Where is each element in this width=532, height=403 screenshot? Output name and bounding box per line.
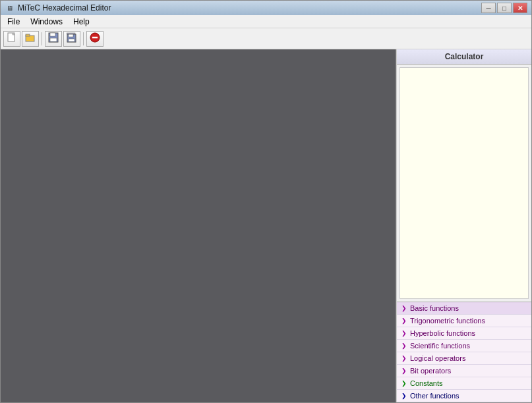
title-bar: 🖥 MiTeC Hexadecimal Editor ─ □ ✕: [1, 1, 531, 15]
func-trig[interactable]: ❯ Trigonometric functions: [397, 315, 531, 327]
new-icon: [7, 32, 17, 45]
func-bit-label: Bit operators: [410, 367, 451, 375]
svg-rect-6: [50, 38, 57, 41]
func-other-label: Other functions: [410, 392, 459, 400]
menu-windows[interactable]: Windows: [25, 16, 68, 28]
chevron-other-icon: ❯: [401, 392, 407, 399]
open-icon: [25, 32, 36, 45]
svg-rect-9: [69, 39, 74, 41]
func-hyperbolic-label: Hyperbolic functions: [410, 329, 475, 337]
chevron-basic-icon: ❯: [401, 305, 407, 311]
func-constants-label: Constants: [410, 379, 443, 387]
menu-bar: File Windows Help: [1, 15, 531, 28]
calculator-panel: Calculator ❯ Basic functions ❯ Trigonome…: [396, 49, 531, 402]
func-logical[interactable]: ❯ Logical operators: [397, 352, 531, 365]
save-icon: [48, 32, 59, 45]
func-bit[interactable]: ❯ Bit operators: [397, 365, 531, 377]
chevron-constants-icon: ❯: [401, 380, 407, 387]
app-icon: 🖥: [5, 3, 15, 13]
chevron-logical-icon: ❯: [401, 355, 407, 362]
menu-help[interactable]: Help: [68, 16, 95, 28]
svg-rect-3: [26, 34, 30, 36]
window-title: MiTeC Hexadecimal Editor: [18, 3, 481, 13]
func-scientific-label: Scientific functions: [410, 342, 470, 350]
function-list: ❯ Basic functions ❯ Trigonometric functi…: [397, 302, 531, 402]
cancel-icon: [90, 32, 100, 45]
toolbar-sep-1: [42, 32, 42, 45]
func-other[interactable]: ❯ Other functions: [397, 390, 531, 402]
menu-file[interactable]: File: [2, 16, 25, 28]
func-basic-label: Basic functions: [410, 304, 459, 312]
func-constants[interactable]: ❯ Constants: [397, 377, 531, 390]
svg-rect-10: [67, 33, 75, 34]
minimize-button[interactable]: ─: [481, 3, 496, 13]
svg-rect-8: [69, 34, 73, 37]
restore-button[interactable]: □: [497, 3, 512, 13]
cancel-button[interactable]: [86, 31, 103, 47]
func-basic[interactable]: ❯ Basic functions: [397, 302, 531, 315]
window-controls: ─ □ ✕: [481, 3, 527, 13]
calculator-display[interactable]: [399, 67, 529, 299]
save-all-icon: [67, 32, 77, 45]
new-button[interactable]: [3, 31, 20, 47]
save-all-button[interactable]: [63, 31, 80, 47]
main-content: Calculator ❯ Basic functions ❯ Trigonome…: [1, 49, 531, 402]
toolbar: [1, 28, 531, 49]
toolbar-sep-2: [83, 32, 84, 45]
hex-editor-panel: [1, 49, 396, 402]
func-hyperbolic[interactable]: ❯ Hyperbolic functions: [397, 327, 531, 340]
calculator-title: Calculator: [397, 49, 531, 65]
func-trig-label: Trigonometric functions: [410, 317, 485, 325]
open-button[interactable]: [22, 31, 39, 47]
chevron-scientific-icon: ❯: [401, 342, 407, 349]
svg-rect-5: [50, 33, 55, 36]
close-button[interactable]: ✕: [513, 3, 527, 13]
chevron-trig-icon: ❯: [401, 317, 407, 324]
chevron-bit-icon: ❯: [401, 367, 407, 374]
save-button[interactable]: [45, 31, 62, 47]
main-window: 🖥 MiTeC Hexadecimal Editor ─ □ ✕ File Wi…: [0, 0, 532, 403]
func-scientific[interactable]: ❯ Scientific functions: [397, 340, 531, 352]
func-logical-label: Logical operators: [410, 354, 465, 362]
chevron-hyperbolic-icon: ❯: [401, 330, 407, 336]
